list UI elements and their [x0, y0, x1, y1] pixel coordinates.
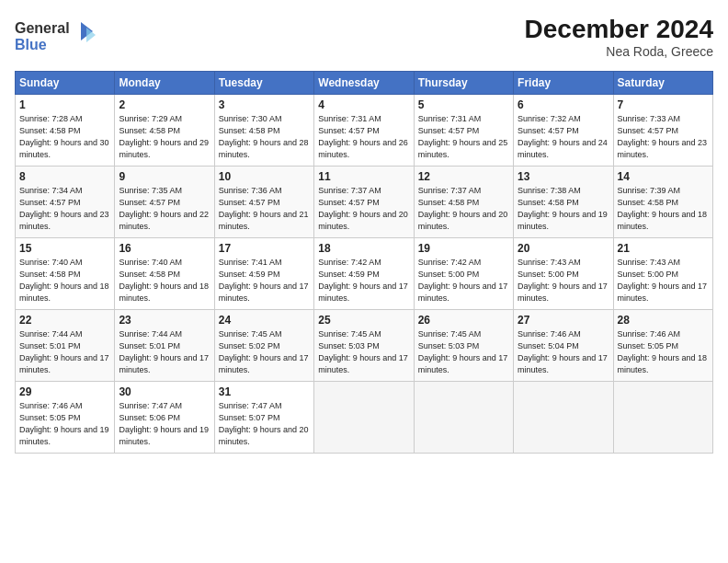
day-number: 1 — [19, 98, 110, 111]
svg-text:General: General — [15, 20, 70, 36]
calendar-cell: 22Sunrise: 7:44 AMSunset: 5:01 PMDayligh… — [16, 310, 115, 382]
day-info: Sunrise: 7:42 AMSunset: 5:00 PMDaylight:… — [418, 258, 508, 303]
day-info: Sunrise: 7:47 AMSunset: 5:07 PMDaylight:… — [219, 401, 309, 446]
day-number: 5 — [418, 98, 509, 111]
day-number: 20 — [518, 242, 609, 255]
calendar-cell: 21Sunrise: 7:43 AMSunset: 5:00 PMDayligh… — [613, 238, 712, 310]
calendar-cell: 24Sunrise: 7:45 AMSunset: 5:02 PMDayligh… — [214, 310, 313, 382]
day-info: Sunrise: 7:37 AMSunset: 4:58 PMDaylight:… — [418, 186, 508, 231]
day-info: Sunrise: 7:45 AMSunset: 5:03 PMDaylight:… — [418, 329, 508, 374]
day-info: Sunrise: 7:28 AMSunset: 4:58 PMDaylight:… — [19, 114, 109, 159]
day-info: Sunrise: 7:44 AMSunset: 5:01 PMDaylight:… — [119, 329, 209, 374]
day-number: 6 — [518, 98, 609, 111]
day-info: Sunrise: 7:46 AMSunset: 5:05 PMDaylight:… — [618, 329, 708, 374]
week-row-1: 1Sunrise: 7:28 AMSunset: 4:58 PMDaylight… — [16, 95, 713, 167]
day-number: 26 — [418, 314, 509, 327]
day-info: Sunrise: 7:46 AMSunset: 5:04 PMDaylight:… — [518, 329, 608, 374]
day-info: Sunrise: 7:32 AMSunset: 4:57 PMDaylight:… — [518, 114, 608, 159]
calendar-cell: 27Sunrise: 7:46 AMSunset: 5:04 PMDayligh… — [514, 310, 613, 382]
calendar-cell: 6Sunrise: 7:32 AMSunset: 4:57 PMDaylight… — [514, 95, 613, 167]
col-header-saturday: Saturday — [613, 72, 712, 95]
calendar-cell: 9Sunrise: 7:35 AMSunset: 4:57 PMDaylight… — [115, 167, 214, 238]
calendar-cell: 11Sunrise: 7:37 AMSunset: 4:57 PMDayligh… — [314, 167, 414, 238]
day-number: 7 — [618, 98, 709, 111]
day-number: 30 — [119, 385, 210, 398]
calendar-cell: 3Sunrise: 7:30 AMSunset: 4:58 PMDaylight… — [214, 95, 313, 167]
day-number: 19 — [418, 242, 509, 255]
svg-marker-3 — [86, 28, 96, 42]
day-info: Sunrise: 7:45 AMSunset: 5:03 PMDaylight:… — [318, 329, 408, 374]
calendar-table: SundayMondayTuesdayWednesdayThursdayFrid… — [15, 71, 713, 454]
day-info: Sunrise: 7:41 AMSunset: 4:59 PMDaylight:… — [219, 258, 309, 303]
day-number: 15 — [19, 242, 110, 255]
calendar-cell: 8Sunrise: 7:34 AMSunset: 4:57 PMDaylight… — [16, 167, 115, 238]
page-container: General Blue December 2024 Nea Roda, Gre… — [0, 0, 728, 461]
day-number: 16 — [119, 242, 210, 255]
month-title: December 2024 — [525, 15, 713, 44]
calendar-cell: 28Sunrise: 7:46 AMSunset: 5:05 PMDayligh… — [613, 310, 712, 382]
calendar-cell: 25Sunrise: 7:45 AMSunset: 5:03 PMDayligh… — [314, 310, 414, 382]
calendar-cell: 19Sunrise: 7:42 AMSunset: 5:00 PMDayligh… — [414, 238, 513, 310]
day-number: 23 — [119, 314, 210, 327]
day-info: Sunrise: 7:47 AMSunset: 5:06 PMDaylight:… — [119, 401, 209, 446]
day-info: Sunrise: 7:31 AMSunset: 4:57 PMDaylight:… — [318, 114, 408, 159]
col-header-friday: Friday — [514, 72, 613, 95]
calendar-cell: 14Sunrise: 7:39 AMSunset: 4:58 PMDayligh… — [613, 167, 712, 238]
calendar-cell: 10Sunrise: 7:36 AMSunset: 4:57 PMDayligh… — [214, 167, 313, 238]
day-info: Sunrise: 7:29 AMSunset: 4:58 PMDaylight:… — [119, 114, 209, 159]
calendar-cell: 1Sunrise: 7:28 AMSunset: 4:58 PMDaylight… — [16, 95, 115, 167]
day-number: 10 — [219, 170, 310, 183]
calendar-cell: 31Sunrise: 7:47 AMSunset: 5:07 PMDayligh… — [214, 382, 313, 454]
col-header-sunday: Sunday — [16, 72, 115, 95]
day-number: 29 — [19, 385, 110, 398]
day-info: Sunrise: 7:44 AMSunset: 5:01 PMDaylight:… — [19, 329, 109, 374]
calendar-cell: 7Sunrise: 7:33 AMSunset: 4:57 PMDaylight… — [613, 95, 712, 167]
calendar-cell: 4Sunrise: 7:31 AMSunset: 4:57 PMDaylight… — [314, 95, 414, 167]
day-info: Sunrise: 7:40 AMSunset: 4:58 PMDaylight:… — [119, 258, 209, 303]
day-number: 3 — [219, 98, 310, 111]
day-info: Sunrise: 7:31 AMSunset: 4:57 PMDaylight:… — [418, 114, 508, 159]
day-info: Sunrise: 7:39 AMSunset: 4:58 PMDaylight:… — [618, 186, 708, 231]
day-number: 31 — [219, 385, 310, 398]
day-number: 27 — [518, 314, 609, 327]
col-header-tuesday: Tuesday — [214, 72, 313, 95]
day-info: Sunrise: 7:30 AMSunset: 4:58 PMDaylight:… — [219, 114, 309, 159]
calendar-cell: 12Sunrise: 7:37 AMSunset: 4:58 PMDayligh… — [414, 167, 513, 238]
day-info: Sunrise: 7:38 AMSunset: 4:58 PMDaylight:… — [518, 186, 608, 231]
day-number: 21 — [618, 242, 709, 255]
day-number: 24 — [219, 314, 310, 327]
header-row: SundayMondayTuesdayWednesdayThursdayFrid… — [16, 72, 713, 95]
day-number: 13 — [518, 170, 609, 183]
week-row-4: 22Sunrise: 7:44 AMSunset: 5:01 PMDayligh… — [16, 310, 713, 382]
title-block: December 2024 Nea Roda, Greece — [525, 15, 713, 59]
day-number: 28 — [618, 314, 709, 327]
day-number: 17 — [219, 242, 310, 255]
day-info: Sunrise: 7:33 AMSunset: 4:57 PMDaylight:… — [618, 114, 708, 159]
day-number: 11 — [318, 170, 409, 183]
day-number: 2 — [119, 98, 210, 111]
logo: General Blue — [15, 15, 97, 60]
col-header-thursday: Thursday — [414, 72, 513, 95]
day-number: 12 — [418, 170, 509, 183]
day-number: 4 — [318, 98, 409, 111]
day-info: Sunrise: 7:45 AMSunset: 5:02 PMDaylight:… — [219, 329, 309, 374]
day-info: Sunrise: 7:35 AMSunset: 4:57 PMDaylight:… — [119, 186, 209, 231]
calendar-cell: 30Sunrise: 7:47 AMSunset: 5:06 PMDayligh… — [115, 382, 214, 454]
day-number: 22 — [19, 314, 110, 327]
day-info: Sunrise: 7:43 AMSunset: 5:00 PMDaylight:… — [618, 258, 708, 303]
calendar-cell: 23Sunrise: 7:44 AMSunset: 5:01 PMDayligh… — [115, 310, 214, 382]
col-header-monday: Monday — [115, 72, 214, 95]
calendar-cell — [314, 382, 414, 454]
calendar-cell — [613, 382, 712, 454]
col-header-wednesday: Wednesday — [314, 72, 414, 95]
day-info: Sunrise: 7:43 AMSunset: 5:00 PMDaylight:… — [518, 258, 608, 303]
calendar-cell: 29Sunrise: 7:46 AMSunset: 5:05 PMDayligh… — [16, 382, 115, 454]
day-info: Sunrise: 7:46 AMSunset: 5:05 PMDaylight:… — [19, 401, 109, 446]
day-number: 25 — [318, 314, 409, 327]
header: General Blue December 2024 Nea Roda, Gre… — [15, 15, 713, 60]
calendar-cell: 17Sunrise: 7:41 AMSunset: 4:59 PMDayligh… — [214, 238, 313, 310]
svg-text:Blue: Blue — [15, 37, 47, 52]
calendar-cell: 16Sunrise: 7:40 AMSunset: 4:58 PMDayligh… — [115, 238, 214, 310]
day-info: Sunrise: 7:34 AMSunset: 4:57 PMDaylight:… — [19, 186, 109, 231]
calendar-cell — [414, 382, 513, 454]
